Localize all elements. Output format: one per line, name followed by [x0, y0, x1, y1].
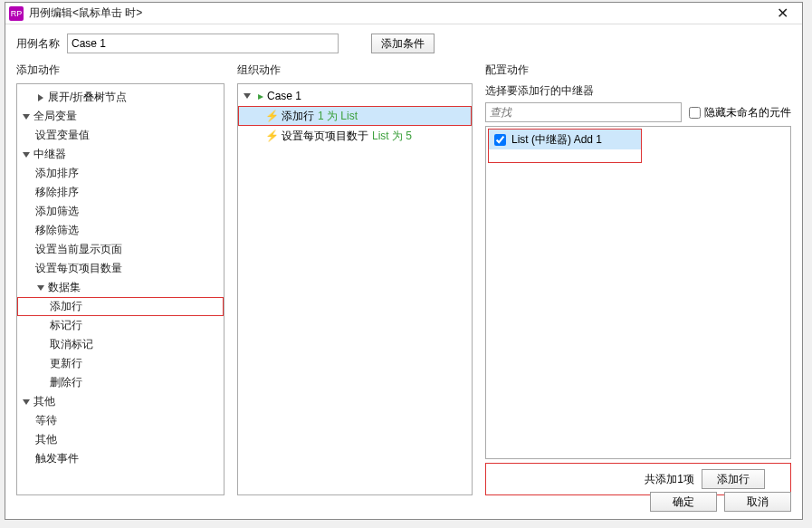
repeater-item-label: List (中继器) Add 1	[511, 132, 602, 148]
tree-global-var[interactable]: 全局变量	[17, 107, 224, 126]
bolt-icon: ⚡	[265, 130, 278, 142]
config-sub-label: 选择要添加行的中继器	[485, 83, 791, 99]
tree-item-label: 移除排序	[35, 185, 79, 200]
organize-actions-panel[interactable]: ▸ Case 1 ⚡ 添加行 1 为 List ⚡ 设置每页项目数于 List …	[237, 83, 473, 495]
right-col-header: 配置动作	[485, 59, 791, 83]
cancel-button[interactable]: 取消	[724, 492, 791, 512]
tree-item-label: 删除行	[50, 375, 82, 390]
titlebar: RP 用例编辑<鼠标单击 时> ✕	[5, 3, 802, 24]
tree-item-label: 添加行	[50, 299, 82, 314]
repeater-item-checkbox[interactable]	[494, 134, 506, 146]
tree-item-label: 设置每页项目数量	[35, 261, 122, 276]
tree-delete-row[interactable]: 删除行	[17, 373, 224, 392]
tree-item-label: 标记行	[50, 318, 82, 333]
app-icon: RP	[9, 6, 24, 21]
tree-item-label: 其他	[33, 394, 55, 409]
triangle-down-icon	[21, 397, 32, 408]
tree-add-filter[interactable]: 添加筛选	[17, 202, 224, 221]
tree-remove-sort[interactable]: 移除排序	[17, 183, 224, 202]
tree-item-label: 全局变量	[33, 109, 77, 124]
search-input[interactable]	[485, 102, 682, 122]
tree-item-label: 展开/折叠树节点	[48, 90, 127, 105]
actions-tree[interactable]: 展开/折叠树节点 全局变量 设置变量值 中继器 添加排序 移除排序 添加筛选 移…	[16, 83, 224, 495]
tree-dataset[interactable]: 数据集	[17, 278, 224, 297]
bolt-icon: ⚡	[265, 110, 278, 122]
add-summary: 共添加1项	[645, 472, 694, 487]
org-action-label: 设置每页项目数于	[282, 129, 368, 144]
repeater-item[interactable]: List (中继器) Add 1	[489, 130, 641, 149]
org-action-target: 1 为 List	[318, 109, 358, 124]
tree-item-label: 移除筛选	[35, 223, 79, 238]
case-editor-dialog: RP 用例编辑<鼠标单击 时> ✕ 用例名称 添加条件 添加动作 展开/折叠树节…	[5, 2, 803, 520]
org-case-row[interactable]: ▸ Case 1	[238, 86, 472, 106]
tree-other[interactable]: 其他	[17, 392, 224, 411]
hide-unnamed-input[interactable]	[689, 107, 701, 119]
triangle-right-icon	[35, 92, 46, 103]
ok-button[interactable]: 确定	[650, 492, 717, 512]
tree-add-sort[interactable]: 添加排序	[17, 164, 224, 183]
tree-set-current-page[interactable]: 设置当前显示页面	[17, 240, 224, 259]
tree-item-label: 取消标记	[50, 337, 93, 352]
tree-trigger-event[interactable]: 触发事件	[17, 449, 224, 468]
tree-item-label: 设置当前显示页面	[35, 242, 122, 257]
triangle-down-icon	[35, 283, 46, 293]
tree-remove-filter[interactable]: 移除筛选	[17, 221, 224, 240]
add-row-button[interactable]: 添加行	[702, 469, 765, 489]
case-name-row: 用例名称 添加条件	[5, 24, 802, 59]
tree-item-label: 中继器	[33, 147, 66, 162]
triangle-down-icon	[242, 91, 253, 101]
add-condition-button[interactable]: 添加条件	[371, 34, 435, 53]
mid-col-header: 组织动作	[237, 59, 473, 83]
tree-item-label: 其他	[35, 432, 57, 447]
case-name-input[interactable]	[67, 34, 339, 53]
dialog-footer: 确定 取消	[650, 492, 791, 512]
tree-item-label: 设置变量值	[35, 128, 90, 143]
tree-item-label: 添加排序	[35, 166, 79, 181]
tree-other2[interactable]: 其他	[17, 430, 224, 449]
org-action-add-row[interactable]: ⚡ 添加行 1 为 List	[238, 106, 472, 126]
org-action-set-items[interactable]: ⚡ 设置每页项目数于 List 为 5	[238, 126, 472, 146]
org-action-target: List 为 5	[372, 129, 412, 144]
flag-icon: ▸	[258, 90, 263, 102]
hide-unnamed-label: 隐藏未命名的元件	[704, 105, 791, 120]
tree-set-var[interactable]: 设置变量值	[17, 126, 224, 145]
tree-set-items-per-page[interactable]: 设置每页项目数量	[17, 259, 224, 278]
tree-repeater[interactable]: 中继器	[17, 145, 224, 164]
tree-unmark[interactable]: 取消标记	[17, 335, 224, 354]
tree-item-label: 添加筛选	[35, 204, 79, 219]
window-title: 用例编辑<鼠标单击 时>	[29, 5, 766, 21]
triangle-down-icon	[21, 111, 32, 122]
tree-item-label: 触发事件	[35, 451, 79, 466]
case-name-label: 用例名称	[16, 36, 60, 52]
org-action-label: 添加行	[282, 109, 314, 124]
tree-expand-collapse[interactable]: 展开/折叠树节点	[17, 88, 224, 107]
tree-item-label: 数据集	[48, 280, 81, 295]
repeater-list[interactable]: List (中继器) Add 1	[486, 127, 790, 458]
triangle-down-icon	[21, 149, 32, 160]
tree-update-row[interactable]: 更新行	[17, 354, 224, 373]
close-button[interactable]: ✕	[766, 4, 798, 24]
hide-unnamed-checkbox[interactable]: 隐藏未命名的元件	[689, 105, 791, 120]
tree-item-label: 更新行	[50, 356, 82, 371]
tree-mark-row[interactable]: 标记行	[17, 316, 224, 335]
org-case-label: Case 1	[267, 90, 301, 102]
tree-item-label: 等待	[35, 413, 57, 428]
config-footer: 共添加1项 添加行	[485, 463, 791, 495]
tree-wait[interactable]: 等待	[17, 411, 224, 430]
tree-add-row[interactable]: 添加行	[17, 297, 224, 316]
left-col-header: 添加动作	[16, 59, 224, 83]
